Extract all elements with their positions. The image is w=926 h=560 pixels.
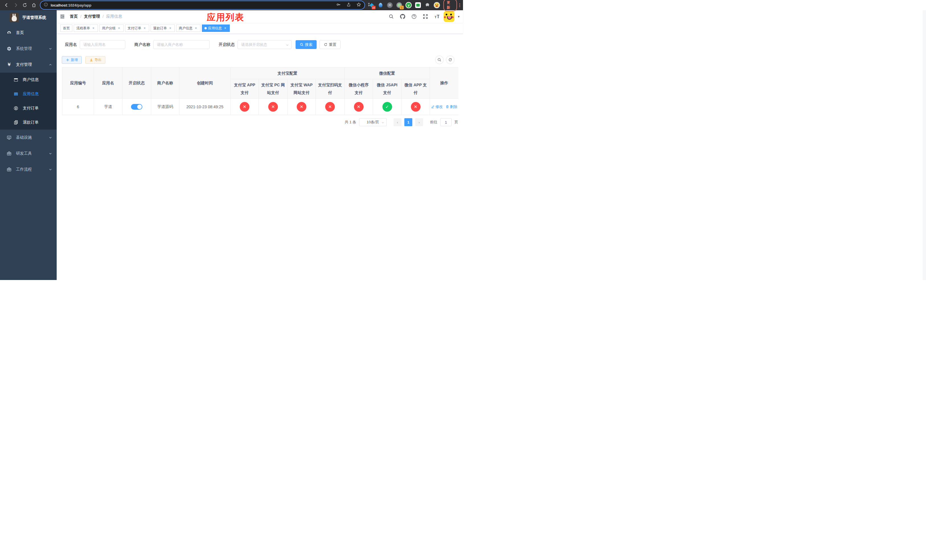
reset-button[interactable]: 重置 — [319, 40, 340, 49]
home-icon[interactable] — [31, 3, 36, 8]
cell-merchant: 芋道源码 — [151, 98, 179, 115]
app-logo[interactable]: 芋道管理系统 — [0, 10, 57, 25]
extension-axure-icon[interactable]: 10 — [368, 2, 374, 8]
chevron-down-icon — [381, 121, 384, 125]
url-text[interactable]: localhost:1024/pay/app — [51, 3, 336, 8]
gear-icon — [7, 47, 11, 51]
extension-chat-icon[interactable] — [415, 2, 421, 8]
col-header-wechat-lite: 微信小程序支付 — [345, 79, 373, 98]
close-icon[interactable]: × — [117, 26, 121, 30]
tab-home[interactable]: 首页 — [61, 24, 72, 32]
tab-pay-order[interactable]: 支付订单× — [125, 24, 149, 32]
back-icon[interactable] — [4, 3, 9, 8]
refresh-button[interactable] — [446, 56, 454, 64]
site-info-icon[interactable] — [44, 3, 48, 8]
status-cross-icon: ✕ — [240, 102, 250, 112]
col-group-wechat: 微信配置 — [345, 68, 430, 79]
sidebar-item-payment[interactable]: ￥ 支付管理 — [0, 57, 57, 73]
sidebar-item-refund-order[interactable]: 退款订单 — [0, 115, 57, 130]
extension-y-icon[interactable]: y — [406, 2, 412, 8]
breadcrumb-home[interactable]: 首页 — [70, 14, 78, 19]
briefcase-icon — [7, 167, 11, 172]
sidebar-item-infra[interactable]: 基础设施 — [0, 130, 57, 145]
col-header-app-id: 应用编号 — [62, 68, 94, 98]
extensions-puzzle-icon[interactable] — [424, 2, 431, 8]
prev-page-button[interactable]: ‹ — [393, 118, 401, 126]
extension-recorder-icon[interactable]: 1 — [396, 2, 402, 8]
status-cross-icon: ✕ — [411, 102, 421, 112]
font-size-icon[interactable]: TT — [432, 12, 441, 21]
sidebar-item-app-info[interactable]: 应用信息 — [0, 87, 57, 101]
fullscreen-icon[interactable] — [421, 12, 430, 21]
close-icon[interactable]: × — [194, 26, 198, 30]
sidebar-item-dev-tools[interactable]: 研发工具 — [0, 145, 57, 162]
tab-app-info[interactable]: 应用信息× — [202, 24, 230, 32]
extension-command-icon[interactable]: ⌘ — [387, 2, 393, 8]
forward-icon[interactable] — [13, 3, 18, 8]
next-page-button[interactable]: › — [415, 118, 423, 126]
export-button[interactable]: 导出 — [85, 56, 105, 64]
goto-label: 前往 — [430, 120, 437, 125]
cell-alipay-wap: ✕ — [287, 98, 316, 115]
sidebar-item-home[interactable]: 首页 — [0, 25, 57, 41]
github-icon[interactable] — [398, 12, 407, 21]
sidebar-item-system[interactable]: 系统管理 — [0, 41, 57, 57]
edit-link[interactable]: 修改 — [431, 104, 443, 109]
status-toggle[interactable] — [131, 104, 142, 110]
status-cross-icon: ✕ — [354, 102, 364, 112]
close-icon[interactable]: × — [143, 26, 147, 30]
url-bar[interactable]: localhost:1024/pay/app — [41, 1, 365, 9]
breadcrumb-payment[interactable]: 支付管理 — [84, 14, 100, 19]
status-label: 开启状态 — [219, 42, 235, 47]
goto-page-input[interactable] — [440, 118, 452, 126]
yen-icon: ￥ — [7, 62, 11, 67]
page-size-select[interactable]: 10条/页 — [359, 118, 387, 126]
cell-operation: 修改 删除 — [430, 98, 458, 115]
help-icon[interactable] — [410, 12, 419, 21]
close-icon[interactable]: × — [223, 26, 227, 30]
merchant-name-input[interactable] — [153, 40, 210, 49]
dashboard-icon — [7, 30, 11, 35]
tab-refund-order[interactable]: 退款订单× — [151, 24, 175, 32]
annotation-title: 应用列表 — [207, 11, 244, 23]
search-button[interactable]: 搜索 — [295, 40, 317, 49]
breadcrumb: 首页 / 支付管理 / 应用信息 — [70, 14, 122, 19]
reload-icon[interactable] — [22, 3, 27, 8]
cell-wechat-jsapi: ✓ — [373, 98, 401, 115]
sidebar-collapse-icon[interactable] — [57, 10, 68, 23]
filter-form: 应用名 商户名称 开启状态 搜索 重置 — [65, 40, 340, 49]
extension-balloon-icon[interactable] — [377, 2, 384, 8]
page-number[interactable]: 1 — [404, 118, 412, 126]
search-icon[interactable] — [387, 12, 396, 21]
sidebar-item-pay-order[interactable]: 支付订单 — [0, 101, 57, 115]
sidebar-item-workflow[interactable]: 工作流程 — [0, 162, 57, 177]
user-avatar[interactable] — [443, 11, 454, 22]
tab-process-form[interactable]: 流程表单× — [74, 24, 98, 32]
app-name-label: 应用名 — [65, 42, 77, 47]
tab-user-group[interactable]: 用户分组× — [99, 24, 124, 32]
cell-alipay-pc: ✕ — [259, 98, 287, 115]
app-name-input[interactable] — [80, 40, 125, 49]
share-icon[interactable] — [346, 3, 351, 8]
avatar-caret-icon[interactable]: ▼ — [457, 15, 460, 18]
col-header-alipay-app: 支付宝 APP 支付 — [231, 79, 259, 98]
chrome-menu-icon[interactable] — [459, 3, 460, 7]
status-cross-icon: ✕ — [325, 102, 335, 112]
page-unit-label: 页 — [454, 120, 458, 125]
tab-merchant-info[interactable]: 商户信息× — [176, 24, 200, 32]
add-button[interactable]: 新增 — [62, 56, 82, 64]
status-check-icon: ✓ — [383, 102, 392, 112]
extension-emoji-icon[interactable] — [434, 2, 440, 8]
col-header-alipay-qr: 支付宝扫码支付 — [316, 79, 345, 98]
chrome-update-button[interactable]: 更新 — [443, 0, 457, 11]
password-key-icon[interactable] — [336, 2, 341, 8]
bookmark-star-icon[interactable] — [357, 2, 361, 8]
show-search-button[interactable] — [435, 56, 443, 64]
status-select[interactable] — [238, 40, 292, 49]
cell-created: 2021-10-23 08:49:25 — [179, 98, 231, 115]
pagination: 共 1 条 10条/页 ‹ 1 › 前往 页 — [62, 118, 458, 126]
close-icon[interactable]: × — [91, 26, 95, 30]
sidebar-item-merchant-info[interactable]: 商户信息 — [0, 73, 57, 87]
delete-link[interactable]: 删除 — [446, 104, 457, 109]
close-icon[interactable]: × — [168, 26, 172, 30]
